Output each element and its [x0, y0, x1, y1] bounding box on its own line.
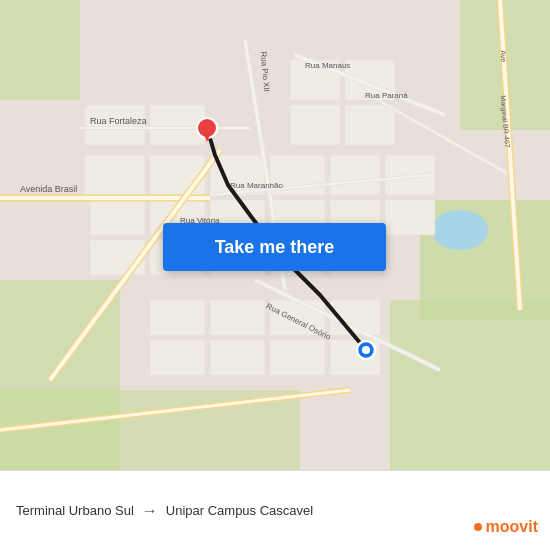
svg-rect-37	[345, 105, 395, 145]
svg-rect-27	[150, 300, 205, 335]
moovit-brand-name: moovit	[486, 518, 538, 536]
svg-text:Ave: Ave	[500, 50, 508, 63]
svg-rect-32	[210, 340, 265, 375]
svg-text:Rua Fortaleza: Rua Fortaleza	[90, 116, 147, 126]
route-from: Terminal Urbano Sul	[16, 503, 134, 518]
svg-rect-31	[150, 340, 205, 375]
svg-text:Avenida Brasil: Avenida Brasil	[20, 184, 77, 194]
route-arrow-icon: →	[142, 502, 158, 520]
svg-rect-26	[385, 200, 435, 235]
svg-rect-24	[330, 155, 380, 195]
svg-rect-13	[90, 200, 145, 235]
svg-text:Rua Maranhão: Rua Maranhão	[230, 181, 283, 190]
svg-point-7	[432, 210, 488, 250]
svg-rect-1	[0, 0, 80, 100]
svg-rect-38	[290, 105, 340, 145]
route-info: Terminal Urbano Sul → Unipar Campus Casc…	[16, 502, 534, 520]
take-me-there-button[interactable]: Take me there	[163, 223, 386, 271]
svg-rect-11	[150, 155, 205, 195]
svg-rect-5	[390, 300, 550, 470]
svg-rect-28	[210, 300, 265, 335]
bottom-bar: Terminal Urbano Sul → Unipar Campus Casc…	[0, 470, 550, 550]
svg-text:Rua Manaus: Rua Manaus	[305, 61, 350, 70]
route-to: Unipar Campus Cascavel	[166, 503, 313, 518]
map-container: Rua Fortaleza Avenida Brasil Rua Pio XII…	[0, 0, 550, 470]
svg-rect-33	[270, 340, 325, 375]
svg-rect-9	[85, 155, 145, 195]
moovit-logo: moovit	[474, 518, 538, 536]
svg-point-72	[362, 346, 370, 354]
svg-text:Rua Paraná: Rua Paraná	[365, 91, 408, 100]
moovit-dot-icon	[474, 523, 482, 531]
